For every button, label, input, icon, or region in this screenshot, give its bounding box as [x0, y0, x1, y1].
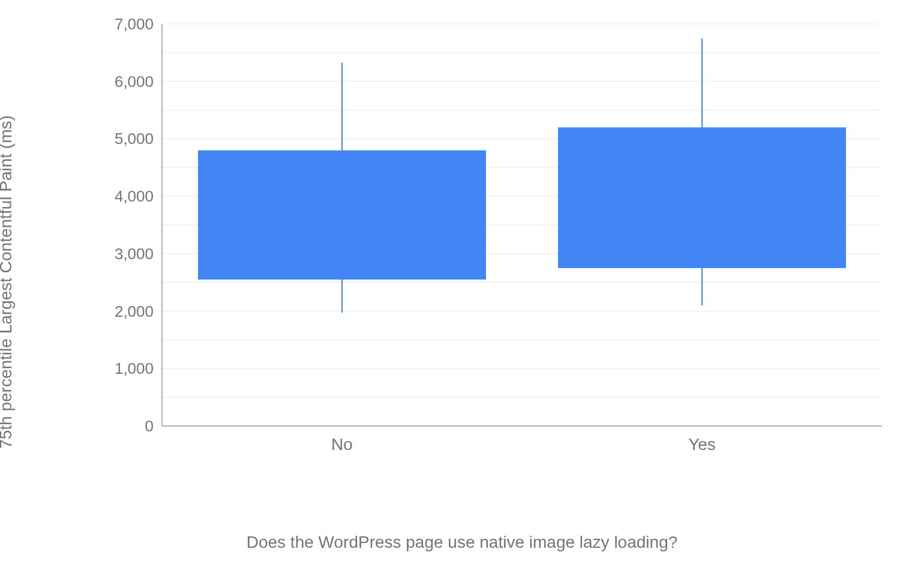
plot-area: 01,0002,0003,0004,0005,0006,0007,000NoYe…	[102, 18, 894, 462]
x-category-label: Yes	[688, 435, 716, 454]
y-tick-label: 7,000	[115, 15, 154, 33]
box-no	[198, 151, 486, 280]
y-tick-label: 0	[145, 417, 154, 435]
y-tick-label: 1,000	[115, 359, 154, 377]
x-category-label: No	[331, 435, 353, 454]
y-tick-label: 6,000	[115, 73, 154, 91]
plot-svg: 01,0002,0003,0004,0005,0006,0007,000NoYe…	[102, 18, 894, 462]
y-tick-label: 2,000	[115, 302, 154, 320]
y-tick-label: 5,000	[115, 130, 154, 148]
y-axis-title: 75th percentile Largest Contentful Paint…	[0, 42, 16, 522]
y-tick-label: 4,000	[115, 187, 154, 205]
x-axis-title: Does the WordPress page use native image…	[247, 533, 678, 552]
y-ticks: 01,0002,0003,0004,0005,0006,0007,000	[115, 15, 154, 435]
y-tick-label: 3,000	[115, 245, 154, 263]
box-plot-chart: 75th percentile Largest Contentful Paint…	[0, 0, 924, 564]
box-yes	[558, 127, 846, 268]
